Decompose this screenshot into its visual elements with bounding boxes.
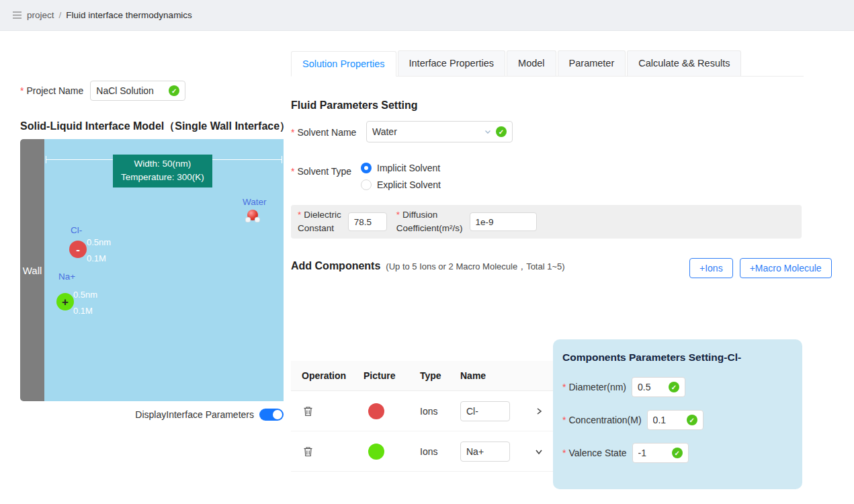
delete-row-button[interactable]	[302, 405, 314, 418]
ion-name-input[interactable]	[460, 401, 510, 421]
add-components-heading: Add Components	[291, 260, 380, 272]
breadcrumb-separator: /	[59, 10, 62, 20]
header-operation: Operation	[291, 370, 364, 381]
diameter-label: Diameter(nm)	[562, 382, 626, 392]
dielectric-constant-input[interactable]	[348, 212, 387, 231]
model-info-box: Width: 50(nm) Temperature: 300(K)	[113, 155, 212, 187]
water-label: Water	[243, 197, 267, 207]
water-molecule-icon	[245, 210, 260, 224]
concentration-label: Concentration(M)	[562, 415, 642, 425]
tab-solution-properties[interactable]: Solution Properties	[291, 51, 396, 77]
hydrogen-atom-icon	[245, 217, 251, 222]
model-temperature-text: Temperature: 300(K)	[121, 171, 204, 184]
breadcrumb: project / Fluid interface thermodynamics	[0, 0, 854, 31]
tab-parameter[interactable]: Parameter	[558, 50, 626, 76]
list-icon	[12, 11, 22, 19]
ion-name-field[interactable]	[466, 446, 504, 457]
tab-interface-properties[interactable]: Interface Properties	[398, 50, 506, 76]
required-asterisk	[291, 166, 297, 177]
check-icon: ✓	[169, 85, 179, 96]
wall-region: Wall	[20, 139, 44, 401]
cl-ion-diameter: 0.5nm	[87, 237, 111, 247]
diameter-field[interactable]	[638, 382, 665, 392]
project-name-label: Project Name	[20, 85, 83, 96]
fluid-parameters-heading: Fluid Parameters Setting	[291, 99, 418, 112]
solvent-name-select[interactable]: Water ✓	[366, 121, 513, 142]
display-interface-row: DisplayInterface Parameters	[20, 409, 284, 421]
cl-ion-circle: -	[69, 241, 87, 258]
required-asterisk	[298, 210, 304, 220]
solvent-type-label: Solvent Type	[291, 166, 351, 177]
project-name-input[interactable]: ✓	[90, 81, 185, 101]
breadcrumb-project-link[interactable]: project	[27, 10, 54, 20]
solvent-name-label: Solvent Name	[291, 127, 356, 138]
add-buttons: +Ions +Macro Molecule	[689, 258, 832, 278]
na-ion-diameter: 0.5nm	[73, 290, 97, 300]
ion-picture-red	[368, 403, 384, 419]
ion-name-field[interactable]	[466, 406, 504, 417]
header-type: Type	[417, 370, 460, 381]
delete-row-button[interactable]	[302, 445, 314, 458]
display-interface-toggle[interactable]	[259, 409, 284, 421]
required-asterisk	[20, 85, 26, 96]
fluid-region: Width: 50(nm) Temperature: 300(K) Water …	[44, 139, 284, 401]
required-asterisk	[562, 448, 568, 458]
radio-implicit-solvent-label: Implicit Solvent	[377, 163, 440, 173]
add-macro-molecule-button[interactable]: +Macro Molecule	[740, 258, 832, 278]
diffusion-coefficient-field[interactable]	[476, 217, 531, 227]
valence-state-input[interactable]: ✓	[632, 443, 689, 463]
display-interface-label: DisplayInterface Parameters	[135, 409, 254, 420]
dielectric-diffusion-panel: Dielectric Constant Diffusion Coefficien…	[291, 205, 802, 239]
header-name: Name	[460, 370, 525, 381]
model-section-title: Solid-Liquid Interface Model（Single Wall…	[20, 120, 290, 134]
radio-explicit-solvent[interactable]: Explicit Solvent	[361, 177, 441, 192]
check-icon: ✓	[669, 382, 679, 392]
na-ion-concentration: 0.1M	[73, 306, 93, 316]
radio-explicit-solvent-label: Explicit Solvent	[377, 179, 441, 190]
cl-ion-concentration: 0.1M	[87, 253, 106, 263]
tab-calculate-results[interactable]: Calculate && Results	[627, 50, 741, 76]
dielectric-constant-field[interactable]	[354, 217, 381, 227]
concentration-row: Concentration(M) ✓	[562, 410, 793, 430]
model-width-text: Width: 50(nm)	[121, 157, 204, 171]
table-header-row: Operation Picture Type Name	[291, 361, 553, 391]
project-name-field[interactable]	[96, 85, 165, 96]
check-icon: ✓	[687, 415, 697, 425]
valence-state-row: Valence State ✓	[562, 443, 793, 463]
component-params-title: Components Parameters Setting-Cl-	[562, 351, 793, 364]
component-params-panel: Components Parameters Setting-Cl- Diamet…	[553, 339, 802, 489]
tab-model[interactable]: Model	[507, 50, 556, 76]
minus-icon: -	[76, 244, 80, 255]
measure-tick-left	[46, 156, 46, 163]
project-name-row: Project Name ✓	[20, 81, 185, 101]
valence-state-field[interactable]	[638, 448, 668, 458]
tab-bar: Solution Properties Interface Properties…	[291, 50, 804, 77]
solvent-type-radio-group: Implicit Solvent Explicit Solvent	[361, 161, 441, 192]
components-table: Operation Picture Type Name Ions	[291, 361, 553, 472]
trash-icon	[303, 406, 313, 417]
plus-icon: +	[62, 296, 69, 308]
radio-implicit-solvent[interactable]: Implicit Solvent	[361, 161, 441, 175]
collapse-row-button[interactable]	[533, 446, 545, 458]
required-asterisk	[562, 415, 568, 425]
table-row-cl: Ions	[291, 391, 553, 431]
expand-row-button[interactable]	[533, 405, 545, 417]
cl-ion-label: Cl-	[71, 225, 82, 235]
trash-icon	[303, 446, 313, 457]
diameter-input[interactable]: ✓	[632, 377, 685, 397]
concentration-field[interactable]	[653, 415, 683, 425]
required-asterisk	[562, 382, 568, 392]
ion-name-input[interactable]	[460, 442, 510, 462]
concentration-input[interactable]: ✓	[647, 410, 703, 430]
hydrogen-atom-icon	[255, 217, 260, 222]
add-components-subtitle: (Up to 5 Ions or 2 Macro Molecule，Total …	[386, 261, 564, 273]
add-ions-button[interactable]: +Ions	[689, 258, 733, 278]
dielectric-constant-label: Dielectric Constant	[298, 208, 341, 236]
chevron-down-icon	[534, 447, 544, 456]
breadcrumb-current-page: Fluid interface thermodynamics	[66, 10, 192, 20]
diffusion-coefficient-input[interactable]	[470, 212, 537, 231]
required-asterisk	[396, 210, 402, 220]
valence-state-label: Valence State	[562, 448, 627, 458]
measure-tick-right	[282, 156, 282, 163]
table-row-na: Ions	[291, 431, 553, 472]
